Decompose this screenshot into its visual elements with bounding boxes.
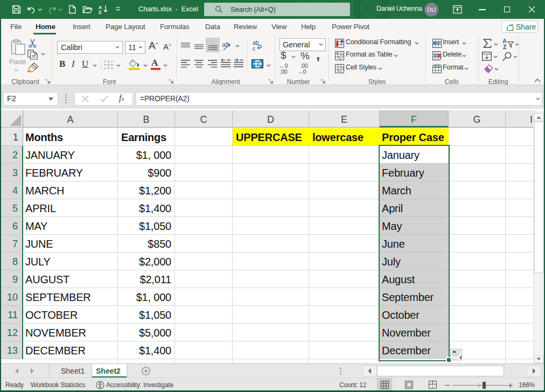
svg-text:Z: Z <box>503 44 507 50</box>
svg-text:Z: Z <box>99 10 102 15</box>
svg-text:c: c <box>253 45 255 52</box>
